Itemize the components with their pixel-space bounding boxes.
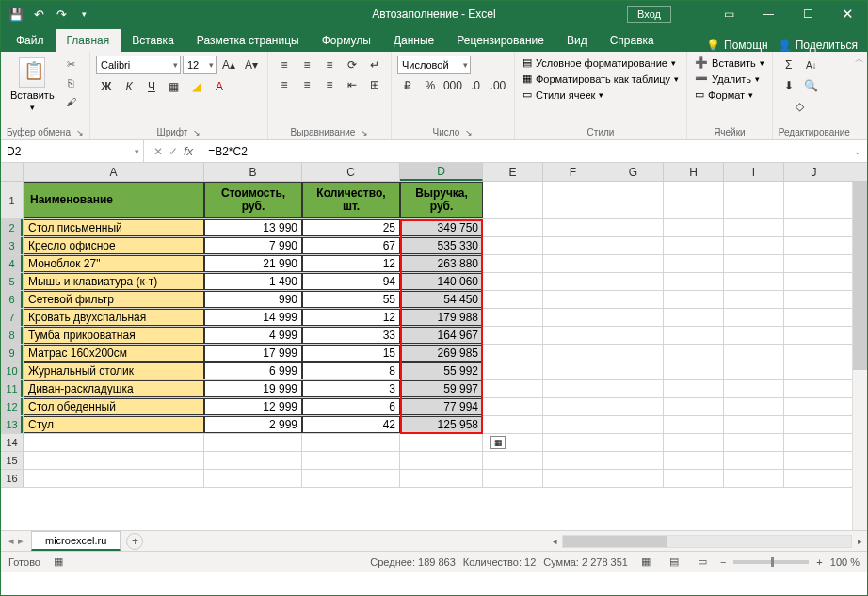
cell[interactable]: 42 <box>302 416 400 433</box>
cell[interactable] <box>664 309 724 326</box>
cell[interactable] <box>24 452 204 469</box>
row-header[interactable]: 2 <box>1 219 24 236</box>
cell[interactable] <box>603 434 664 451</box>
sheet-area[interactable]: A B C D E F G H I J 1НаименованиеСтоимос… <box>1 163 867 530</box>
cell[interactable]: 140 060 <box>400 273 483 290</box>
cell[interactable]: 12 999 <box>204 398 302 415</box>
cell[interactable]: 535 330 <box>400 237 483 254</box>
launcher-icon[interactable]: ↘ <box>361 128 368 137</box>
inc-decimal-icon[interactable]: .0 <box>465 76 486 95</box>
cell[interactable] <box>543 470 603 487</box>
col-header-j[interactable]: J <box>784 163 844 181</box>
cell[interactable] <box>724 362 784 379</box>
cell[interactable] <box>664 398 724 415</box>
cell[interactable]: 59 997 <box>400 380 483 397</box>
tab-home[interactable]: Главная <box>56 29 121 52</box>
tab-review[interactable]: Рецензирование <box>445 29 555 52</box>
cell[interactable] <box>664 434 724 451</box>
tab-formulas[interactable]: Формулы <box>311 29 382 52</box>
accept-formula-icon[interactable]: ✓ <box>169 145 178 158</box>
cell[interactable] <box>400 434 483 451</box>
cell[interactable]: 7 990 <box>204 237 302 254</box>
cell[interactable]: 2 999 <box>204 416 302 433</box>
orient-icon[interactable]: ⟳ <box>342 56 362 74</box>
cell[interactable] <box>543 398 603 415</box>
cell[interactable] <box>543 362 603 379</box>
col-header-e[interactable]: E <box>483 163 543 181</box>
percent-icon[interactable]: % <box>420 76 441 95</box>
align-left-icon[interactable]: ≡ <box>274 75 295 94</box>
col-header-d[interactable]: D <box>400 163 483 181</box>
cell[interactable] <box>784 273 844 290</box>
col-header-c[interactable]: C <box>302 163 400 181</box>
cell[interactable]: Тумба прикроватная <box>24 327 204 344</box>
cell[interactable] <box>664 219 724 236</box>
align-top-icon[interactable]: ≡ <box>274 56 295 74</box>
cell[interactable] <box>24 434 204 451</box>
zoom-in-icon[interactable]: + <box>816 556 822 568</box>
underline-button[interactable]: Ч <box>141 77 162 96</box>
cell[interactable] <box>784 362 844 379</box>
cell[interactable] <box>724 416 784 433</box>
select-all-corner[interactable] <box>1 163 24 181</box>
cell[interactable] <box>483 273 543 290</box>
cell[interactable]: 12 <box>302 309 400 326</box>
tab-layout[interactable]: Разметка страницы <box>185 29 311 52</box>
macro-record-icon[interactable]: ▦ <box>54 556 63 568</box>
delete-cells-button[interactable]: ➖Удалить▾ <box>693 72 766 86</box>
row-header[interactable]: 3 <box>1 237 24 254</box>
fx-icon[interactable]: fx <box>184 144 193 158</box>
cell[interactable] <box>664 345 724 362</box>
collapse-ribbon-icon[interactable]: ︿ <box>855 53 864 66</box>
cell[interactable] <box>204 470 302 487</box>
close-icon[interactable]: ✕ <box>828 1 867 27</box>
undo-icon[interactable]: ↶ <box>27 3 50 25</box>
cell[interactable] <box>784 291 844 308</box>
tell-me[interactable]: 💡Помощн <box>706 39 768 52</box>
font-size-combo[interactable]: 12 <box>183 56 217 74</box>
cell[interactable]: 55 992 <box>400 362 483 379</box>
row-header[interactable]: 11 <box>1 380 24 397</box>
cell[interactable]: 125 958 <box>400 416 483 433</box>
cell[interactable] <box>543 327 603 344</box>
cell[interactable] <box>664 380 724 397</box>
row-header[interactable]: 1 <box>1 182 24 218</box>
cell[interactable]: Наименование <box>24 182 204 218</box>
cell[interactable] <box>724 309 784 326</box>
cell[interactable]: 3 <box>302 380 400 397</box>
cell[interactable] <box>603 398 664 415</box>
cell[interactable]: 990 <box>204 291 302 308</box>
cell[interactable]: Кровать двухспальная <box>24 309 204 326</box>
tab-insert[interactable]: Вставка <box>121 29 185 52</box>
align-right-icon[interactable]: ≡ <box>319 75 340 94</box>
col-header-g[interactable]: G <box>603 163 664 181</box>
cancel-formula-icon[interactable]: ✕ <box>153 145 163 158</box>
cell[interactable] <box>724 452 784 469</box>
merge-icon[interactable]: ⊞ <box>364 75 385 94</box>
cell[interactable] <box>664 255 724 272</box>
cell[interactable] <box>603 470 664 487</box>
font-name-combo[interactable]: Calibri <box>96 56 181 74</box>
cell[interactable] <box>543 182 603 218</box>
cell[interactable] <box>483 380 543 397</box>
autofill-options-icon[interactable]: ▦ <box>490 436 506 449</box>
cell[interactable] <box>204 434 302 451</box>
format-cells-button[interactable]: ▭Формат▾ <box>693 88 766 102</box>
tab-view[interactable]: Вид <box>555 29 599 52</box>
cell[interactable] <box>400 452 483 469</box>
cell[interactable] <box>724 398 784 415</box>
cell[interactable] <box>543 452 603 469</box>
cell[interactable]: 269 985 <box>400 345 483 362</box>
paste-button[interactable]: Вставить ▾ <box>7 56 58 114</box>
name-box[interactable]: D2 <box>1 140 144 162</box>
format-as-table-button[interactable]: ▦Форматировать как таблицу▾ <box>521 72 681 86</box>
cell[interactable]: 349 750 <box>400 219 483 236</box>
cell[interactable] <box>784 452 844 469</box>
cell[interactable] <box>784 327 844 344</box>
cell[interactable] <box>603 291 664 308</box>
cell[interactable] <box>483 255 543 272</box>
cell[interactable]: 8 <box>302 362 400 379</box>
zoom-out-icon[interactable]: − <box>720 556 726 568</box>
fill-icon[interactable]: ⬇ <box>779 76 799 95</box>
cell[interactable] <box>483 237 543 254</box>
